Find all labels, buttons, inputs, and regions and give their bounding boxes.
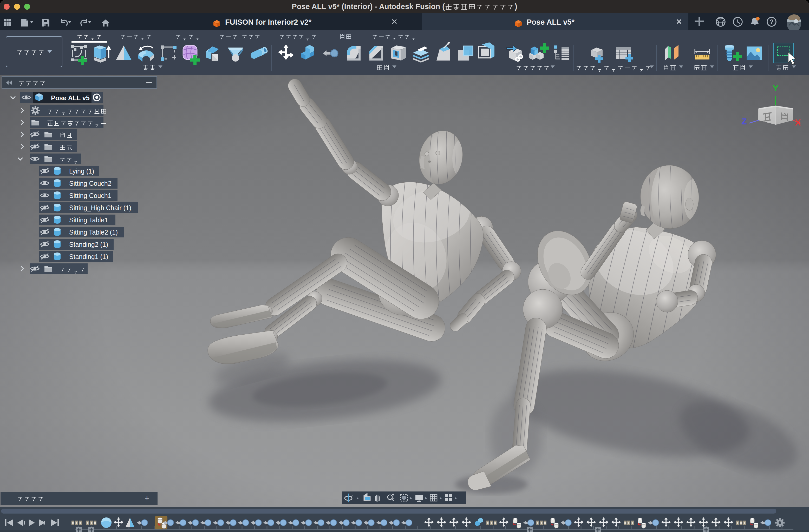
svg-text:?: ?	[770, 18, 774, 25]
